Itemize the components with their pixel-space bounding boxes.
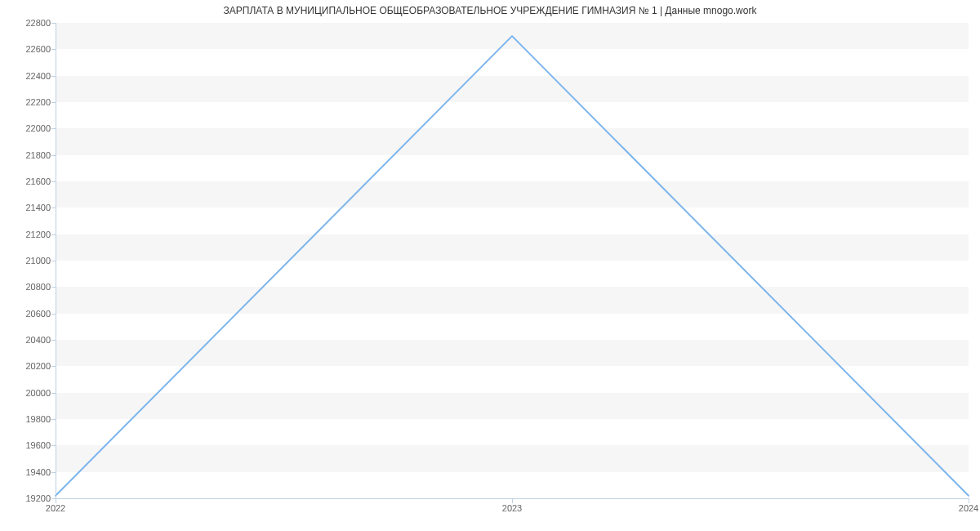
line-layer (56, 23, 969, 498)
x-tick-label: 2023 (502, 503, 522, 513)
y-tick-label: 22400 (2, 71, 51, 81)
x-tick-label: 2022 (46, 503, 65, 513)
y-tick-label: 20600 (2, 309, 51, 319)
y-tick-label: 21000 (2, 256, 51, 266)
y-axis-line (56, 23, 56, 498)
y-tick-label: 21800 (2, 150, 51, 160)
x-tick-mark (512, 498, 513, 503)
y-tick-label: 19200 (2, 493, 51, 503)
x-tick-label: 2024 (959, 503, 978, 513)
y-tick-label: 20400 (2, 335, 51, 345)
y-tick-label: 20200 (2, 361, 51, 371)
y-tick-label: 20000 (2, 388, 51, 398)
y-tick-label: 19800 (2, 414, 51, 424)
x-tick-mark (969, 498, 969, 503)
y-tick-label: 20800 (2, 282, 51, 292)
y-tick-label: 21600 (2, 176, 51, 186)
x-tick-mark (56, 498, 56, 503)
y-tick-label: 21400 (2, 203, 51, 212)
y-tick-label: 19400 (2, 467, 51, 477)
series-line (56, 36, 969, 496)
y-tick-label: 22600 (2, 44, 51, 54)
y-tick-label: 22800 (2, 18, 51, 28)
salary-line-chart: ЗАРПЛАТА В МУНИЦИПАЛЬНОЕ ОБЩЕОБРАЗОВАТЕЛ… (0, 0, 980, 531)
y-tick-label: 22000 (2, 123, 51, 133)
y-tick-label: 22200 (2, 97, 51, 107)
y-tick-label: 21200 (2, 230, 51, 239)
chart-title: ЗАРПЛАТА В МУНИЦИПАЛЬНОЕ ОБЩЕОБРАЗОВАТЕЛ… (0, 5, 980, 16)
plot-area (56, 23, 969, 498)
y-tick-label: 19600 (2, 440, 51, 450)
